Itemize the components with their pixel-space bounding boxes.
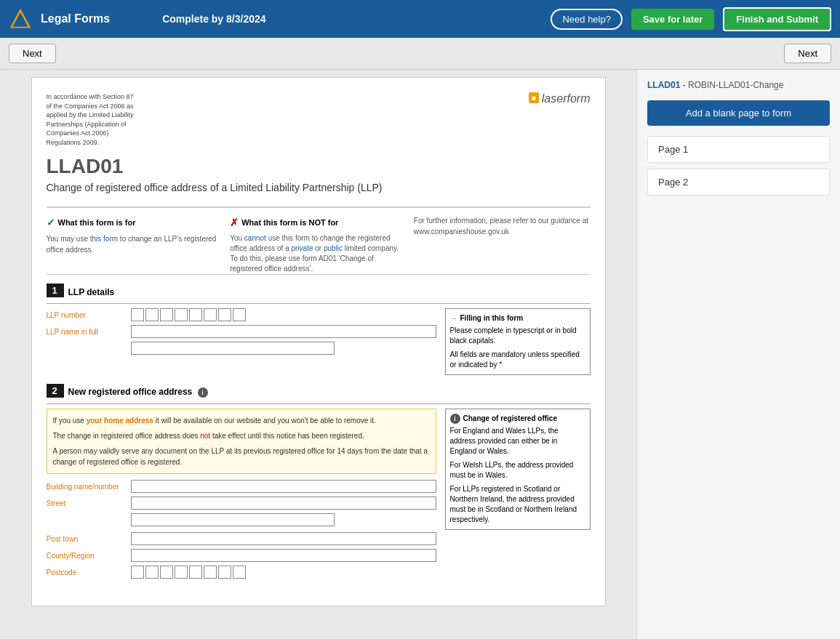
postcode-box-8[interactable] [233,566,246,579]
sidebar-page-1[interactable]: Page 1 [647,136,830,163]
save-for-later-button[interactable]: Save for later [631,9,714,30]
llp-num-box-7[interactable] [218,308,231,321]
filling-info-box: → Filling in this form Please complete i… [445,308,591,375]
sidebar-separator: - [683,80,688,90]
further-info-col: For further information, please refer to… [414,215,591,274]
sidebar-form-ref: LLAD01 [647,80,680,90]
postcode-box-3[interactable] [160,566,173,579]
llp-number-input-group [131,308,246,321]
sidebar-form-name: ROBIN-LLAD01-Change [688,80,783,90]
info-not-for-header: ✗ What this form is NOT for [230,215,407,230]
change-info-icon: i [450,414,460,424]
llp-num-box-8[interactable] [233,308,246,321]
postcode-box-4[interactable] [175,566,188,579]
cross-icon: ✗ [230,215,239,230]
info-for-col: ✓ What this form is for You may use this… [47,215,223,274]
app-header: Legal Forms Complete by 8/3/2024 Need he… [0,0,840,38]
llp-num-box-1[interactable] [131,308,144,321]
notice-box: If you use your home address it will be … [47,409,436,474]
info-for-text: You may use this form to change an LLP's… [47,233,223,255]
document-title: LLAD01 [47,155,591,178]
further-info-text: For further information, please refer to… [414,215,591,237]
notice-text-1: If you use your home address it will be … [53,415,430,426]
section-1-title: LLP details [68,287,115,297]
llp-num-box-2[interactable] [145,308,159,321]
info-for-header: ✓ What this form is for [47,215,223,230]
document-header: In accordance with Section 87 of the Com… [47,92,591,148]
postcode-box-5[interactable] [189,566,202,579]
county-label: County/Region [47,552,127,560]
llp-name-row: LLP name in full [47,325,436,338]
info-not-for-col: ✗ What this form is NOT for You cannot u… [230,215,407,274]
postcode-label: Postcode [47,568,127,576]
postcode-input-group [131,566,246,579]
postcode-box-1[interactable] [131,566,144,579]
postcode-box-7[interactable] [218,566,231,579]
next-button-left[interactable]: Next [9,44,56,63]
laserform-label: laserform [542,92,591,105]
post-town-row: Post town [47,532,436,545]
post-town-label: Post town [47,535,127,543]
info-icon: i [198,387,208,398]
llp-number-label: LLP number [47,311,127,319]
llp-num-box-5[interactable] [189,308,202,321]
building-input[interactable] [131,480,436,493]
street-label: Street [47,499,127,507]
section-2-number: 2 [47,384,64,398]
next-button-right[interactable]: Next [784,44,831,63]
change-info-box: i Change of registered office For Englan… [445,409,591,582]
filling-title: → Filling in this form [450,313,585,323]
change-text-1: For England and Wales LLPs, the address … [450,426,585,457]
street-input-2[interactable] [131,513,335,526]
section-1-fields: LLP number [47,308,436,375]
section-1-number: 1 [47,284,64,297]
post-town-input[interactable] [131,532,436,545]
sidebar-page-2[interactable]: Page 2 [647,169,830,196]
arrow-right-icon: → [450,313,457,323]
deadline-label: Complete by 8/3/2024 [162,13,265,25]
postcode-box-6[interactable] [204,566,217,579]
tick-icon: ✓ [47,215,55,230]
llp-num-box-4[interactable] [175,308,188,321]
llp-number-row: LLP number [47,308,436,321]
document-subtitle: Change of registered office address of a… [47,181,591,196]
street-input[interactable] [131,497,436,510]
section-2: 2 New registered office address i If you… [47,384,591,582]
filling-text-1: Please complete in typescript or in bold… [450,326,585,346]
laserform-logo: ■ laserform [529,92,591,105]
section-2-title-row: 2 New registered office address i [47,384,591,404]
building-label: Building name/number [47,483,127,491]
llp-num-box-3[interactable] [160,308,173,321]
llp-name-label: LLP name in full [47,328,127,336]
finish-submit-button[interactable]: Finish and Submit [723,7,831,31]
sidebar: LLAD01 - ROBIN-LLAD01-Change Add a blank… [636,70,840,639]
section-1: 1 LLP details LLP number [47,284,591,375]
app-logo-icon [9,7,32,31]
laserform-icon: ■ [529,92,539,103]
app-name: Legal Forms [41,12,110,25]
county-input[interactable] [131,549,436,562]
llp-name-input[interactable] [131,325,436,338]
add-blank-page-button[interactable]: Add a blank page to form [647,100,830,126]
postcode-box-2[interactable] [145,566,159,579]
info-not-for-text: You cannot use this form to change the r… [230,233,407,274]
legislation-note: In accordance with Section 87 of the Com… [47,92,141,148]
section-2-fields: If you use your home address it will be … [47,409,436,582]
form-area: In accordance with Section 87 of the Com… [0,70,636,639]
notice-text-3: A person may validly serve any document … [53,446,430,467]
section-1-title-row: 1 LLP details [47,284,591,304]
filling-text-2: All fields are mandatory unless specifie… [450,350,585,370]
change-info-content: i Change of registered office For Englan… [445,409,591,530]
llp-num-box-6[interactable] [204,308,217,321]
nav-bar: Next Next [0,38,840,70]
sidebar-header: LLAD01 - ROBIN-LLAD01-Change [647,80,830,90]
section-2-content: If you use your home address it will be … [47,409,591,582]
building-row: Building name/number [47,480,436,493]
document: In accordance with Section 87 of the Com… [31,77,606,606]
notice-text-2: The change in registered office address … [53,430,430,441]
main-layout: In accordance with Section 87 of the Com… [0,70,840,639]
llp-name-input-2[interactable] [131,342,335,355]
section-2-title: New registered office address i [68,387,208,398]
change-text-2: For Welsh LLPs, the address provided mus… [450,460,585,481]
need-help-button[interactable]: Need help? [551,9,623,30]
